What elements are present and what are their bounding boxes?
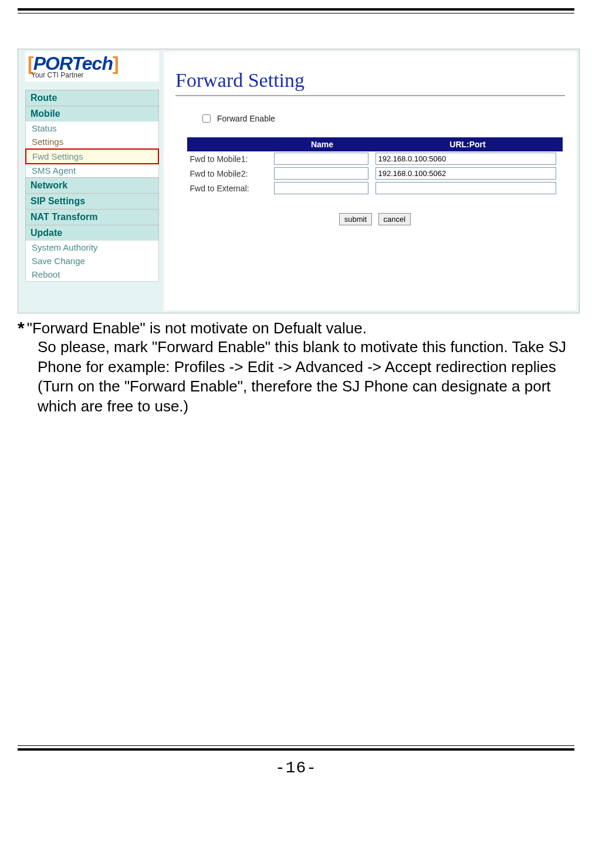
nav-network[interactable]: Network bbox=[25, 177, 159, 194]
table-row: Fwd to Mobile1: bbox=[188, 151, 563, 167]
bracket-close-icon: ] bbox=[113, 53, 119, 74]
nav-mobile-sms-agent[interactable]: SMS Agent bbox=[25, 164, 159, 178]
asterisk-icon: * bbox=[18, 319, 25, 337]
forward-table: Name URL:Port Fwd to Mobile1: Fwd to Mob… bbox=[187, 137, 563, 195]
nav-nat-transform[interactable]: NAT Transform bbox=[25, 209, 159, 225]
bottom-rule bbox=[18, 745, 574, 751]
note-block: * "Forward Enable" is not motivate on De… bbox=[18, 319, 574, 417]
cancel-button[interactable]: cancel bbox=[378, 213, 411, 225]
forward-enable-label: Forward Enable bbox=[217, 114, 275, 123]
th-url: URL:Port bbox=[373, 138, 563, 151]
row-label: Fwd to Mobile2: bbox=[188, 166, 272, 181]
note-body: So please, mark "Forward Enable" this bl… bbox=[38, 337, 574, 417]
fwd-mobile1-name-input[interactable] bbox=[274, 153, 369, 165]
table-row: Fwd to Mobile2: bbox=[188, 166, 563, 181]
note-line1: "Forward Enable" is not motivate on Defu… bbox=[27, 319, 367, 337]
content-area: Forward Setting Forward Enable Name URL:… bbox=[164, 52, 577, 310]
logo-text: [PORTech] bbox=[28, 55, 159, 72]
nav-save-change[interactable]: Save Change bbox=[25, 254, 159, 268]
nav-mobile-status[interactable]: Status bbox=[25, 121, 159, 136]
nav-mobile-fwd-settings[interactable]: Fwd Settings bbox=[25, 148, 159, 164]
page-title: Forward Setting bbox=[175, 69, 565, 92]
row-label: Fwd to Mobile1: bbox=[188, 151, 272, 167]
th-name: Name bbox=[272, 138, 373, 151]
sidebar: [PORTech] Your CTI Partner Route Mobile … bbox=[21, 52, 164, 310]
forward-enable-checkbox[interactable] bbox=[202, 114, 211, 123]
page-number: -16- bbox=[18, 759, 574, 777]
fwd-mobile2-name-input[interactable] bbox=[274, 167, 369, 180]
nav-system-authority[interactable]: System Authority bbox=[25, 241, 159, 255]
title-rule bbox=[175, 95, 565, 96]
nav-mobile-settings[interactable]: Settings bbox=[25, 135, 159, 149]
nav-update[interactable]: Update bbox=[25, 225, 159, 241]
nav-mobile[interactable]: Mobile bbox=[25, 106, 159, 122]
nav-route[interactable]: Route bbox=[25, 90, 159, 106]
fwd-mobile2-url-input[interactable] bbox=[376, 167, 557, 180]
row-label: Fwd to External: bbox=[188, 181, 272, 195]
nav-sip-settings[interactable]: SIP Settings bbox=[25, 193, 159, 210]
fwd-external-url-input[interactable] bbox=[376, 182, 557, 194]
logo: [PORTech] Your CTI Partner bbox=[25, 52, 159, 82]
submit-button[interactable]: submit bbox=[339, 213, 372, 225]
nav-reboot[interactable]: Reboot bbox=[25, 268, 159, 282]
th-blank bbox=[188, 138, 272, 151]
app-screenshot: [PORTech] Your CTI Partner Route Mobile … bbox=[18, 49, 580, 313]
top-rule bbox=[18, 8, 574, 13]
fwd-external-name-input[interactable] bbox=[274, 182, 369, 194]
table-row: Fwd to External: bbox=[188, 181, 563, 195]
fwd-mobile1-url-input[interactable] bbox=[376, 153, 557, 165]
